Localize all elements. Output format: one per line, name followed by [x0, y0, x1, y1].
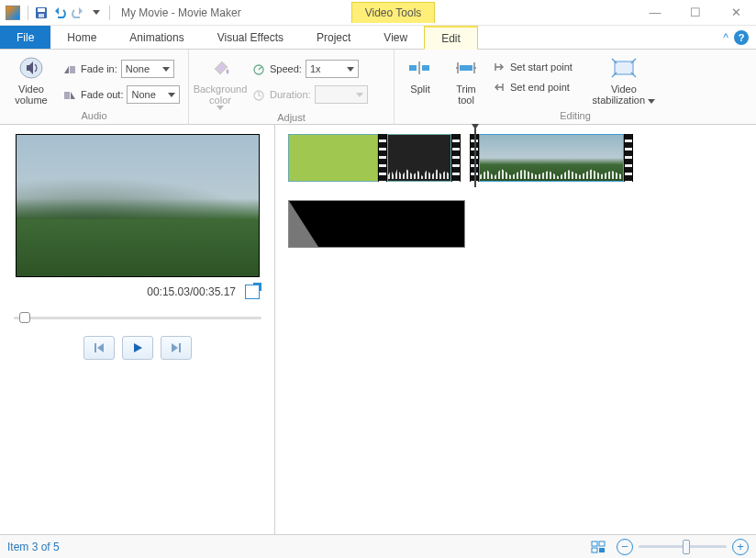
background-color-button[interactable]: Background color — [195, 52, 246, 110]
clip-1[interactable] — [288, 134, 378, 182]
start-point-icon — [492, 60, 506, 74]
svg-rect-15 — [592, 541, 597, 546]
playhead[interactable] — [474, 128, 476, 187]
next-frame-button[interactable] — [161, 336, 192, 360]
fade-out-icon — [62, 87, 77, 102]
tab-edit[interactable]: Edit — [424, 26, 478, 50]
save-icon[interactable] — [32, 4, 50, 22]
clip-2[interactable] — [387, 134, 451, 182]
set-end-point-button[interactable]: Set end point — [492, 80, 573, 95]
svg-rect-12 — [615, 61, 633, 74]
svg-rect-11 — [460, 65, 472, 71]
collapse-ribbon-icon[interactable]: ^ — [723, 31, 728, 44]
svg-rect-5 — [64, 92, 70, 99]
svg-rect-8 — [409, 65, 417, 71]
duration-label: Duration: — [270, 89, 311, 100]
trim-icon — [451, 54, 481, 82]
redo-icon[interactable] — [69, 4, 87, 22]
app-icon — [6, 6, 20, 20]
window-title: My Movie - Movie Maker — [121, 6, 241, 19]
preview-video[interactable] — [16, 134, 260, 277]
filmstrip-icon — [624, 134, 633, 182]
fade-out-label: Fade out: — [81, 89, 123, 100]
fade-in-icon — [62, 61, 77, 76]
timeline-pane[interactable] — [275, 125, 756, 534]
fade-in-label: Fade in: — [81, 63, 117, 74]
timeline-row-2[interactable] — [288, 200, 743, 248]
qat-dropdown-icon[interactable] — [87, 4, 106, 22]
speed-combo[interactable]: 1x — [306, 60, 359, 78]
fade-in-combo[interactable]: None — [121, 60, 174, 78]
fade-out-combo[interactable]: None — [127, 85, 180, 104]
stabilization-icon — [609, 54, 639, 82]
timeline-row-1[interactable] — [288, 134, 743, 182]
tab-home[interactable]: Home — [50, 26, 113, 49]
tab-file[interactable]: File — [0, 26, 50, 49]
video-stabilization-button[interactable]: Video stabilization — [587, 52, 661, 106]
zoom-out-button[interactable]: − — [617, 539, 633, 555]
undo-icon[interactable] — [50, 4, 69, 22]
duration-combo — [315, 85, 368, 104]
video-volume-label: Video volume — [15, 84, 47, 106]
clip-3-selected[interactable] — [479, 134, 624, 182]
context-tab-video-tools[interactable]: Video Tools — [351, 2, 436, 23]
video-volume-button[interactable]: Video volume — [6, 52, 57, 106]
clip-4[interactable] — [288, 200, 465, 248]
split-label: Split — [410, 84, 429, 95]
tab-view[interactable]: View — [367, 26, 424, 49]
prev-frame-button[interactable] — [83, 336, 115, 360]
speed-icon — [251, 61, 266, 76]
svg-rect-13 — [94, 343, 96, 352]
stabilization-label: Video stabilization — [593, 84, 656, 106]
play-button[interactable] — [122, 336, 153, 360]
filmstrip-icon — [451, 134, 461, 182]
ribbon-tabs: File Home Animations Visual Effects Proj… — [0, 26, 756, 50]
group-editing: Split Trim tool Set start point Set end … — [395, 50, 756, 124]
transport-controls — [9, 336, 265, 360]
svg-rect-1 — [38, 8, 45, 12]
seek-slider[interactable] — [14, 310, 261, 325]
maximize-button[interactable]: ☐ — [675, 1, 716, 25]
group-audio: Video volume Fade in: None Fade out: Non… — [0, 50, 189, 124]
statusbar: Item 3 of 5 − + — [0, 534, 756, 558]
split-button[interactable]: Split — [400, 52, 440, 95]
separator — [109, 6, 110, 20]
content-area: 00:15.03/00:35.17 — [0, 125, 756, 534]
preview-pane: 00:15.03/00:35.17 — [0, 125, 275, 534]
svg-rect-18 — [599, 548, 605, 552]
tab-project[interactable]: Project — [300, 26, 367, 49]
trim-button[interactable]: Trim tool — [446, 52, 486, 106]
svg-rect-17 — [592, 548, 597, 552]
paint-bucket-icon — [206, 54, 235, 82]
tab-animations[interactable]: Animations — [113, 26, 200, 49]
trim-label: Trim tool — [456, 84, 476, 106]
background-color-label: Background color — [194, 84, 248, 106]
group-label-adjust: Adjust — [195, 110, 388, 126]
set-start-point-button[interactable]: Set start point — [492, 60, 573, 74]
zoom-in-button[interactable]: + — [732, 539, 749, 555]
titlebar: My Movie - Movie Maker Video Tools — ☐ ✕ — [0, 0, 756, 26]
speaker-icon — [17, 54, 46, 82]
end-point-icon — [492, 80, 506, 95]
time-display: 00:15.03/00:35.17 — [147, 285, 236, 298]
svg-rect-4 — [70, 66, 75, 73]
zoom-control: − + — [617, 539, 749, 555]
split-icon — [406, 54, 435, 82]
zoom-slider[interactable] — [639, 545, 727, 548]
group-label-editing: Editing — [400, 108, 750, 124]
duration-icon — [251, 87, 266, 102]
ribbon: Video volume Fade in: None Fade out: Non… — [0, 50, 756, 125]
minimize-button[interactable]: — — [635, 1, 675, 25]
tab-visual-effects[interactable]: Visual Effects — [201, 26, 300, 49]
svg-rect-14 — [179, 343, 181, 352]
fullscreen-icon[interactable] — [245, 285, 260, 299]
close-button[interactable]: ✕ — [716, 1, 756, 25]
speed-label: Speed: — [270, 63, 302, 74]
separator — [28, 6, 28, 20]
filmstrip-icon — [378, 134, 387, 182]
svg-rect-16 — [599, 541, 605, 546]
help-icon[interactable]: ? — [734, 30, 749, 45]
group-adjust: Background color Speed: 1x Duration: Adj… — [189, 50, 395, 124]
view-mode-icon[interactable] — [591, 540, 606, 554]
svg-rect-2 — [39, 14, 44, 17]
